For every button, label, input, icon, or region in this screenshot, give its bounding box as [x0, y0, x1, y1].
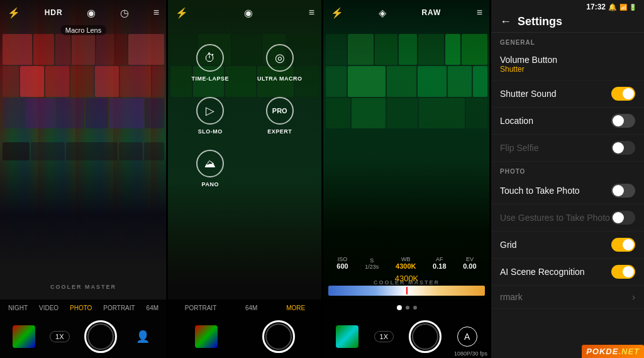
shutter-sound-toggle[interactable]: [611, 87, 635, 101]
mode-portrait-2[interactable]: PORTRAIT: [182, 303, 219, 313]
shutter-row-1: 1X 👤: [0, 316, 167, 358]
zoom-dot-1: [397, 305, 402, 310]
timelapse-label: TIME-LAPSE: [191, 76, 229, 82]
camera-bottom-controls-2: PORTRAIT 64M MORE: [168, 299, 322, 358]
flip-selfie-toggle[interactable]: [611, 141, 635, 155]
grid-label: Grid: [500, 240, 516, 250]
wb-slider-tick: [406, 287, 408, 294]
param-iso[interactable]: ISO 600: [336, 256, 348, 270]
slomo-icon: ▷: [196, 97, 224, 125]
mode-bar-2: PORTRAIT 64M MORE: [168, 299, 322, 316]
mode-expert[interactable]: PRO EXPERT: [250, 97, 310, 135]
shutter-button-3[interactable]: [409, 320, 441, 353]
shutter-button-1[interactable]: [84, 320, 117, 353]
back-button[interactable]: ←: [500, 15, 511, 28]
mode-photo[interactable]: PHOTO: [67, 303, 94, 313]
af-value: 0.18: [433, 262, 446, 270]
wb-value-large: 4300K: [328, 272, 485, 284]
mode-video[interactable]: VIDEO: [36, 303, 61, 313]
mode-night[interactable]: NIGHT: [6, 303, 30, 313]
flash-icon-1[interactable]: ⚡: [8, 7, 20, 19]
zoom-badge-3[interactable]: 1X: [374, 331, 394, 342]
status-icons: 📶 🔋: [619, 4, 636, 11]
shutter-button-2[interactable]: [262, 320, 295, 353]
zoom-badge-1[interactable]: 1X: [50, 331, 69, 342]
slomo-label: SLO-MO: [198, 128, 223, 135]
shutter-sound-label: Shutter Sound: [500, 89, 557, 99]
anim-icon-2[interactable]: ◉: [244, 7, 253, 19]
param-shutter[interactable]: S 1/23s: [365, 257, 379, 270]
settings-body: GENERAL Volume Button Shutter Shutter So…: [491, 33, 644, 358]
filter-icon-3[interactable]: ◈: [379, 7, 386, 19]
color-icon-1[interactable]: ◉: [87, 7, 96, 19]
param-ev[interactable]: EV 0.00: [463, 256, 476, 270]
row-flip-selfie[interactable]: Flip Selfie: [491, 135, 644, 162]
section-photo-label: PHOTO: [491, 162, 644, 177]
row-gestures-photo[interactable]: Use Gestures to Take Photo: [491, 204, 644, 232]
shutter-name: S: [370, 257, 374, 264]
grid-toggle[interactable]: [611, 238, 635, 252]
row-touch-photo[interactable]: Touch to Take Photo: [491, 177, 644, 204]
touch-photo-toggle[interactable]: [611, 184, 635, 198]
row-location[interactable]: Location: [491, 108, 644, 135]
timer-icon-1[interactable]: ◷: [120, 7, 129, 19]
more-modes-grid: ⏱ TIME-LAPSE ◎ ULTRA MACRO ▷ SLO-MO PRO …: [168, 31, 322, 200]
row-shutter-sound[interactable]: Shutter Sound: [491, 81, 644, 108]
watermark-label: rmark: [500, 292, 523, 302]
thumbnail-2[interactable]: [195, 325, 218, 348]
mode-portrait[interactable]: PORTRAIT: [101, 303, 137, 313]
flash-icon-3[interactable]: ⚡: [331, 7, 343, 19]
cooler-master-logo-1: COOLER MASTER: [50, 284, 116, 290]
mode-bar-1: NIGHT VIDEO PHOTO PORTRAIT 64M: [0, 299, 167, 316]
mode-ultramacro[interactable]: ◎ ULTRA MACRO: [250, 44, 310, 82]
camera-toolbar-2: ⚡ ◉ ≡: [168, 0, 322, 25]
ai-scene-toggle[interactable]: [611, 265, 635, 279]
status-bell: 🔔: [608, 3, 617, 11]
video-res: 1080P/30 fps: [452, 349, 490, 358]
volume-button-sub: Shutter: [500, 65, 557, 74]
thumbnail-1[interactable]: [13, 325, 35, 348]
zoom-dot-2: [406, 306, 409, 310]
mode-more-2[interactable]: MORE: [284, 303, 308, 313]
wb-name: WB: [401, 256, 411, 262]
expert-label: EXPERT: [267, 128, 292, 135]
row-ai-scene[interactable]: AI Scene Recognition: [491, 259, 644, 286]
zoom-dot-3: [413, 306, 417, 310]
param-wb[interactable]: WB 4300K: [396, 256, 416, 270]
menu-icon-2[interactable]: ≡: [309, 7, 314, 18]
hdr-badge[interactable]: HDR: [45, 8, 63, 17]
menu-icon-3[interactable]: ≡: [477, 7, 482, 18]
af-name: AF: [436, 256, 443, 262]
camera-panel-pro: COOLER MASTER ⚡ ◈ RAW ≡ ISO 600 S 1/23s …: [323, 0, 490, 358]
mode-timelapse[interactable]: ⏱ TIME-LAPSE: [180, 44, 240, 82]
gestures-photo-toggle[interactable]: [611, 211, 635, 225]
portrait-flip-icon-1[interactable]: 👤: [131, 325, 154, 348]
flash-icon-2[interactable]: ⚡: [175, 7, 188, 19]
menu-icon-1[interactable]: ≡: [153, 7, 159, 18]
af-icon-3[interactable]: A: [457, 327, 477, 347]
shutter-inner-1: [87, 323, 114, 350]
timelapse-icon: ⏱: [196, 44, 224, 72]
volume-button-label: Volume Button: [500, 55, 557, 65]
mode-64m[interactable]: 64M: [144, 303, 161, 313]
battery-icon: 🔋: [629, 4, 636, 11]
thumbnail-3[interactable]: [336, 325, 358, 348]
pro-params-row: ISO 600 S 1/23s WB 4300K AF 0.18 EV 0.00: [328, 254, 485, 272]
macro-label: Macro Lens: [60, 25, 106, 35]
mode-pano[interactable]: ⛰ PANO: [180, 150, 240, 187]
param-af[interactable]: AF 0.18: [433, 256, 446, 270]
pokde-watermark-area: POKDE.NET: [582, 345, 644, 358]
mode-64m-2[interactable]: 64M: [243, 303, 260, 313]
row-volume-button[interactable]: Volume Button Shutter: [491, 48, 644, 81]
wb-slider[interactable]: [328, 286, 485, 296]
status-bar: 17:32 🔔 📶 🔋: [491, 0, 644, 13]
volume-button-left: Volume Button Shutter: [500, 55, 557, 74]
expert-icon: PRO: [266, 97, 294, 125]
shutter-inner-2: [265, 323, 292, 350]
row-watermark[interactable]: rmark ›: [491, 286, 644, 309]
location-toggle[interactable]: [611, 114, 635, 128]
flip-selfie-label: Flip Selfie: [500, 143, 538, 153]
raw-badge[interactable]: RAW: [421, 8, 441, 17]
row-grid[interactable]: Grid: [491, 232, 644, 259]
mode-slomo[interactable]: ▷ SLO-MO: [180, 97, 240, 135]
